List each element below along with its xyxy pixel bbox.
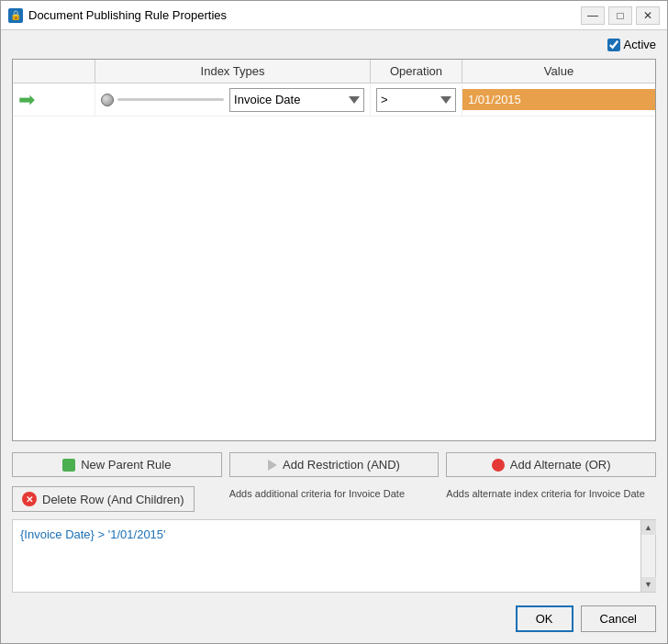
- add-restriction-hint: Adds additional criteria for Invoice Dat…: [229, 486, 405, 499]
- delete-row-container: ✕ Delete Row (And Children): [12, 486, 222, 512]
- add-alternate-label: Add Alternate (OR): [510, 458, 611, 472]
- table-row[interactable]: ➡ Invoice Date Invoice Number Amount: [13, 83, 655, 117]
- delete-row-button[interactable]: ✕ Delete Row (And Children): [12, 486, 195, 512]
- add-alternate-hint-cell: Adds alternate index criteria for Invoic…: [446, 486, 656, 512]
- active-checkbox[interactable]: [607, 39, 620, 51]
- index-type-select[interactable]: Invoice Date Invoice Number Amount: [229, 88, 364, 112]
- add-alternate-button[interactable]: Add Alternate (OR): [446, 452, 656, 477]
- grid-body: ➡ Invoice Date Invoice Number Amount: [13, 83, 655, 440]
- col-header-value: Value: [462, 60, 655, 83]
- minimize-button[interactable]: —: [581, 6, 605, 25]
- row-value-cell[interactable]: 1/01/2015: [462, 89, 655, 110]
- close-button[interactable]: ✕: [636, 6, 660, 25]
- active-checkbox-wrapper[interactable]: Active: [607, 38, 656, 51]
- rules-grid: Index Types Operation Value ➡: [12, 59, 656, 441]
- col-header-index-types: Index Types: [95, 60, 371, 83]
- expression-panel: {Invoice Date} > '1/01/2015' ▲ ▼: [12, 519, 656, 593]
- window-content: Active Index Types Operation Value ➡: [1, 30, 667, 643]
- new-parent-label: New Parent Rule: [81, 458, 171, 472]
- add-restriction-icon: [268, 460, 277, 471]
- slider-thumb[interactable]: [101, 94, 114, 106]
- ok-button[interactable]: OK: [516, 605, 573, 632]
- hints-row: ✕ Delete Row (And Children) Adds additio…: [12, 486, 656, 512]
- cancel-button[interactable]: Cancel: [581, 605, 656, 632]
- new-parent-icon: [62, 459, 75, 472]
- action-buttons-panel: New Parent Rule Add Restriction (AND) Ad…: [12, 449, 656, 481]
- slider-track: [117, 98, 224, 101]
- expression-text: {Invoice Date} > '1/01/2015': [20, 527, 166, 541]
- col-header-operation: Operation: [371, 60, 462, 83]
- active-row: Active: [12, 38, 656, 51]
- row-arrow-icon: ➡: [18, 88, 35, 112]
- window-icon: 🔒: [8, 8, 23, 23]
- scroll-up-arrow[interactable]: ▲: [641, 520, 656, 535]
- row-arrow-cell: ➡: [13, 84, 95, 116]
- window-controls: — □ ✕: [581, 6, 660, 25]
- new-parent-rule-button[interactable]: New Parent Rule: [12, 452, 222, 477]
- row-operation-cell: > < = >= <= !=: [371, 84, 462, 116]
- add-alternate-icon: [492, 459, 505, 472]
- footer-buttons: OK Cancel: [12, 600, 656, 636]
- value-cell-content: 1/01/2015: [462, 89, 655, 110]
- grid-header: Index Types Operation Value: [13, 60, 655, 83]
- window-title: Document Publishing Rule Properties: [28, 8, 581, 22]
- add-restriction-label: Add Restriction (AND): [283, 458, 400, 472]
- delete-icon: ✕: [22, 492, 37, 506]
- add-restriction-button[interactable]: Add Restriction (AND): [229, 452, 440, 477]
- title-bar: 🔒 Document Publishing Rule Properties — …: [1, 1, 667, 30]
- delete-row-label: Delete Row (And Children): [42, 493, 184, 506]
- slider-control[interactable]: [101, 94, 224, 106]
- add-alternate-hint: Adds alternate index criteria for Invoic…: [446, 486, 644, 499]
- add-restriction-hint-cell: Adds additional criteria for Invoice Dat…: [229, 486, 440, 512]
- row-index-cell: Invoice Date Invoice Number Amount: [95, 84, 371, 116]
- main-window: 🔒 Document Publishing Rule Properties — …: [0, 0, 668, 644]
- maximize-button[interactable]: □: [608, 6, 632, 25]
- active-label: Active: [624, 38, 656, 51]
- col-header-arrow: [13, 60, 95, 83]
- expression-scrollbar[interactable]: ▲ ▼: [640, 520, 655, 592]
- value-text: 1/01/2015: [468, 93, 521, 106]
- operation-select[interactable]: > < = >= <= !=: [376, 88, 456, 112]
- scroll-down-arrow[interactable]: ▼: [641, 577, 656, 592]
